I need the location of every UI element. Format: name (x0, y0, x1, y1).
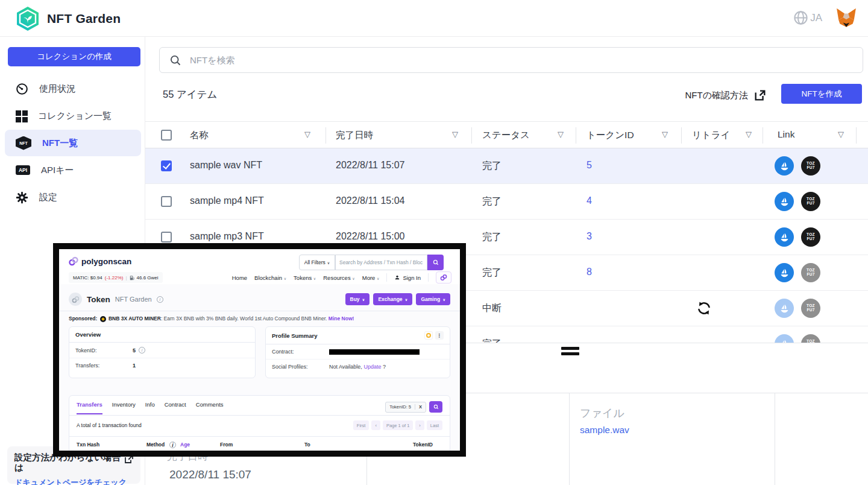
token-avatar (69, 293, 82, 306)
profile-summary-title: Profile Summary (272, 332, 318, 339)
tofunft-icon[interactable]: TOZFU7 (801, 227, 820, 247)
column-token-id: トークンID (587, 129, 634, 142)
sidebar-item-settings[interactable]: 設定 (5, 184, 141, 211)
nav-home: Home (232, 274, 247, 281)
transfers-row: Transfers: 1 (69, 358, 255, 373)
opensea-icon[interactable] (775, 227, 794, 247)
docs-link[interactable]: ドキュメントページをチェック (14, 477, 133, 485)
language-switcher[interactable]: JA (793, 10, 822, 26)
market-buttons: Buy∨ Exchange∨ Gaming∨ (345, 293, 451, 305)
transactions-table-header: Txn Hash Method i Age From To TokenID (69, 436, 450, 451)
column-name: 名称 (190, 129, 209, 142)
token-id-link[interactable]: 5 (587, 160, 592, 171)
info-icon: i (169, 442, 176, 448)
polygonscan-nav: Home Blockchain ∨ Tokens ∨ Resources ∨ M… (232, 271, 451, 284)
table-row[interactable]: sample wav NFT 2022/8/11 15:07 完了 5 TOZF… (145, 148, 868, 184)
status: 中断 (482, 302, 502, 315)
polygonscan-search-input: Search by Address / Txn Hash / Bloc (335, 255, 427, 270)
metamask-icon[interactable] (835, 8, 857, 28)
more-options-icon: ⋮ (435, 331, 444, 340)
page-next-icon: › (415, 420, 424, 430)
transfers-panel: Transfers Inventory Info Contract Commen… (69, 395, 450, 451)
opensea-icon[interactable] (775, 156, 794, 176)
transaction-count: A total of 1 transaction found (77, 422, 142, 428)
page-first: First (353, 420, 370, 430)
search-icon (433, 259, 439, 265)
polygon-icon (72, 296, 80, 303)
info-icon: i (139, 347, 145, 353)
filter-icon[interactable]: ▽ (662, 130, 668, 139)
opensea-icon[interactable] (775, 263, 794, 282)
token-label: Token (87, 295, 110, 304)
opensea-icon[interactable] (775, 192, 794, 211)
language-label: JA (810, 12, 822, 24)
gauge-icon (16, 83, 28, 95)
filter-search-button (429, 401, 442, 413)
matic-price: MATIC: $0.94 (73, 275, 102, 281)
nav-more: More ∨ (362, 274, 380, 281)
col-token-id: TokenID (413, 442, 433, 448)
gear-icon (16, 191, 28, 204)
column-retry: リトライ (692, 129, 730, 142)
search-input[interactable] (190, 55, 853, 65)
contract-row: Contract: (266, 344, 450, 360)
filter-icon[interactable]: ▽ (452, 130, 458, 139)
token-id-link[interactable]: 4 (587, 195, 592, 206)
detail-file-link[interactable]: sample.wav (580, 425, 629, 436)
matic-change: (-1.22%) (105, 275, 124, 281)
row-checkbox[interactable] (161, 160, 172, 171)
col-from: From (220, 442, 233, 448)
token-id-link[interactable]: 3 (587, 231, 592, 242)
sidebar-item-usage[interactable]: 使用状況 (5, 75, 141, 102)
social-profiles-row: Social Profiles: Not Available, Update ? (266, 360, 450, 374)
how-to-check-nft-link[interactable]: NFTの確認方法 (685, 89, 767, 102)
close-icon: X (415, 404, 426, 410)
detail-file-label: ファイル (580, 406, 624, 420)
row-checkbox[interactable] (161, 196, 172, 207)
sidebar-item-collections[interactable]: コレクション一覧 (5, 103, 141, 129)
filter-icon[interactable]: ▽ (304, 130, 310, 139)
filter-icon[interactable]: ▽ (558, 130, 564, 139)
filter-icon[interactable]: ▽ (746, 130, 752, 139)
nav-tokens: Tokens ∨ (294, 274, 316, 281)
create-collection-button[interactable]: コレクションの作成 (8, 47, 140, 66)
tofunft-icon[interactable]: TOZFU7 (801, 156, 820, 176)
col-method: Method (146, 442, 165, 448)
tofunft-icon[interactable]: TOZFU7 (801, 263, 820, 282)
search-icon (433, 404, 439, 410)
matic-price-badge: MATIC: $0.94 (-1.22%) | 46.6 Gwei (69, 272, 163, 283)
tofunft-icon[interactable]: TOZFU7 (801, 192, 820, 211)
token-id-link[interactable]: 8 (587, 267, 592, 277)
how-to-label: NFTの確認方法 (685, 90, 748, 101)
polygonscan-screenshot-popup: polygonscan All Filters∨ Search by Addre… (53, 243, 466, 457)
bnb-coin-icon (100, 316, 106, 322)
col-txn-hash: Txn Hash (77, 442, 99, 448)
all-filters-dropdown: All Filters∨ (299, 255, 335, 270)
sidebar-item-nft-list[interactable]: NFT NFT一覧 (5, 130, 141, 156)
status: 完了 (482, 195, 502, 208)
brand: NFT Garden (16, 6, 121, 31)
sponsored-banner: Sponsored: BNB 3X AUTO MINER: Earn 3X BN… (69, 315, 454, 322)
column-divider (471, 127, 472, 144)
tofunft-icon[interactable]: TOZFU7 (801, 299, 820, 318)
drawer-handle-icon[interactable] (561, 347, 579, 358)
polygonscan-logo-icon (69, 256, 78, 266)
tab-transfers: Transfers (77, 401, 102, 414)
sign-in-link: Sign In (394, 274, 421, 281)
filter-icon[interactable]: ▽ (838, 130, 844, 139)
select-all-checkbox[interactable] (161, 130, 172, 141)
redacted-contract-address (329, 349, 420, 355)
overview-card: Overview TokenID: 5 i Transfers: 1 (69, 326, 256, 378)
nav-resources: Resources ∨ (323, 274, 354, 281)
column-divider (856, 127, 857, 144)
nft-search[interactable] (159, 47, 863, 73)
opensea-icon[interactable] (775, 299, 794, 318)
table-row[interactable]: sample mp4 NFT 2022/8/11 15:04 完了 4 TOZF… (145, 184, 868, 220)
sidebar-item-api-key[interactable]: API APIキー (5, 157, 141, 183)
exchange-button: Exchange∨ (373, 293, 412, 305)
sidebar-item-label: NFT一覧 (42, 138, 78, 149)
create-nft-button[interactable]: NFTを作成 (781, 84, 862, 104)
page-last: Last (427, 420, 442, 430)
row-checkbox[interactable] (161, 232, 172, 242)
retry-icon[interactable] (696, 300, 712, 317)
